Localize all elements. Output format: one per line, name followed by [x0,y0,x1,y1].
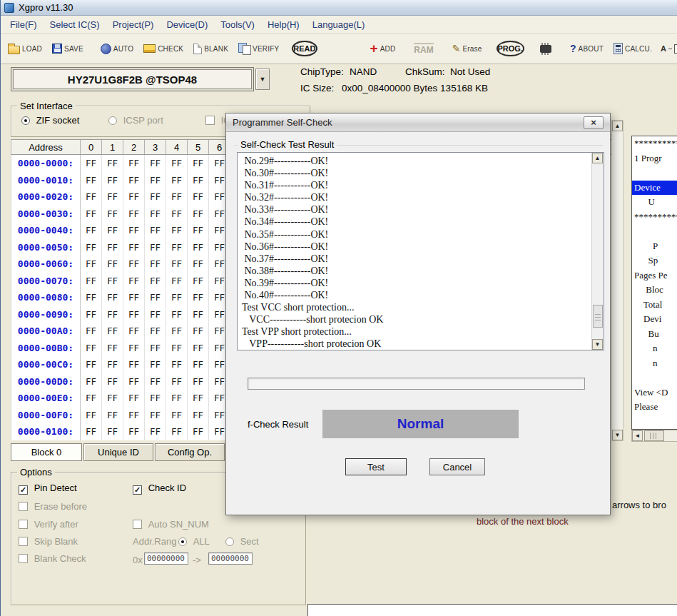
blank-button[interactable]: BLANK [192,42,230,56]
hex-cell[interactable]: FF [166,206,188,223]
hex-cell[interactable]: FF [81,172,102,189]
hex-cell[interactable]: FF [188,222,209,239]
hex-cell[interactable]: FF [102,356,123,373]
verify-after-checkbox[interactable]: Verify after [19,519,78,530]
check-id-checkbox[interactable]: ✓ Check ID [133,483,186,495]
blank-check-checkbox[interactable]: Blank Check [19,553,86,564]
hex-cell[interactable]: FF [145,239,166,256]
cancel-button[interactable]: Cancel [429,458,485,475]
calcu-button[interactable]: CALCU. [612,41,653,56]
hex-cell[interactable]: FF [102,239,123,256]
hex-cell[interactable]: FF [102,222,123,239]
hex-cell[interactable]: FF [145,256,166,273]
hex-cell[interactable]: FF [145,222,166,239]
hex-cell[interactable]: FF [102,373,123,390]
device-info-hscrollbar[interactable]: ◄ [631,430,677,442]
scroll-up-icon[interactable]: ▲ [592,153,603,163]
hex-cell[interactable]: FF [81,256,102,273]
hex-cell[interactable]: FF [166,306,188,323]
hex-cell[interactable]: FF [188,256,209,273]
menu-item-select-ic[interactable]: Select IC(S) [44,17,106,32]
hex-cell[interactable]: FF [102,172,123,189]
ram-button[interactable]: RAM [412,41,434,56]
hex-cell[interactable]: FF [145,306,166,323]
hex-cell[interactable]: FF [123,256,145,273]
hex-cell[interactable]: FF [123,390,145,407]
hex-cell[interactable]: FF [145,390,166,407]
hex-cell[interactable]: FF [81,340,102,357]
hex-cell[interactable]: FF [145,172,166,189]
scrollbar-thumb[interactable] [593,305,603,328]
hex-cell[interactable]: FF [145,188,166,206]
hex-cell[interactable]: FF [81,155,102,172]
hex-cell[interactable]: FF [145,407,166,424]
hex-cell[interactable]: FF [188,423,209,440]
hex-cell[interactable]: FF [166,172,188,189]
hex-cell[interactable]: FF [123,323,145,340]
scroll-down-icon[interactable]: ▼ [592,339,603,350]
hex-cell[interactable]: FF [188,188,209,206]
hex-cell[interactable]: FF [102,273,123,290]
hex-cell[interactable]: FF [145,289,166,306]
scrollbar-thumb[interactable] [644,430,664,441]
hex-cell[interactable]: FF [81,206,102,223]
hex-cell[interactable]: FF [81,373,102,390]
menu-item-tools[interactable]: Tools(V) [214,17,261,32]
icsp-port-radio[interactable]: ICSP port [108,115,163,126]
hex-cell[interactable]: FF [166,273,188,290]
about-button[interactable]: ? ABOUT [569,41,605,56]
hex-cell[interactable]: FF [123,340,145,357]
hex-cell[interactable]: FF [81,306,102,323]
hex-cell[interactable]: FF [102,423,123,440]
hex-cell[interactable]: FF [188,390,209,407]
hex-cell[interactable]: FF [145,206,166,223]
hex-cell[interactable]: FF [123,172,145,189]
self-check-log[interactable]: No.29#-----------OK! No.30#-----------OK… [237,152,604,350]
hex-cell[interactable]: FF [145,155,166,172]
menu-item-device[interactable]: Device(D) [160,17,214,32]
tab-config-op[interactable]: Config Op. [155,443,225,461]
hex-cell[interactable]: FF [81,390,102,407]
hex-cell[interactable]: FF [102,289,123,306]
hex-cell[interactable]: FF [123,373,145,390]
load-button[interactable]: LOAD [6,42,44,56]
hex-cell[interactable]: FF [123,273,145,290]
hex-cell[interactable]: FF [188,407,209,424]
hex-cell[interactable]: FF [145,273,166,290]
hex-cell[interactable]: FF [166,188,188,206]
read-button[interactable]: READ [292,41,317,56]
hex-cell[interactable]: FF [145,340,166,357]
hex-cell[interactable]: FF [123,423,145,440]
check-button[interactable]: CHECK [142,43,185,54]
hex-cell[interactable]: FF [102,155,123,172]
hex-cell[interactable]: FF [188,239,209,256]
hex-cell[interactable]: FF [188,340,209,357]
auto-sn-checkbox[interactable]: Auto SN_NUM [133,519,209,530]
hex-cell[interactable]: FF [81,407,102,424]
pin-detect-checkbox[interactable]: ✓ Pin Detect [19,483,77,495]
test-button[interactable]: Test [345,458,407,475]
hex-cell[interactable]: FF [188,273,209,290]
hex-cell[interactable]: FF [166,289,188,306]
menu-item-help[interactable]: Help(H) [261,17,306,32]
hex-cell[interactable]: FF [145,373,166,390]
scroll-left-icon[interactable]: ◄ [632,430,643,441]
hex-cell[interactable]: FF [102,407,123,424]
prog-button[interactable]: PROG. [497,41,524,56]
hex-cell[interactable]: FF [166,423,188,440]
hex-cell[interactable]: FF [81,239,102,256]
hex-cell[interactable]: FF [81,323,102,340]
hex-cell[interactable]: FF [123,407,145,424]
add-button[interactable]: + ADD [369,42,397,55]
hex-cell[interactable]: FF [166,356,188,373]
hex-cell[interactable]: FF [102,390,123,407]
chip-select-box[interactable]: HY27U1G8F2B @TSOP48 [11,67,254,91]
hex-cell[interactable]: FF [166,340,188,357]
hex-cell[interactable]: FF [123,306,145,323]
hex-cell[interactable]: FF [123,155,145,172]
hex-cell[interactable]: FF [166,256,188,273]
addr-range-all-radio[interactable]: ALL [178,536,210,547]
log-scrollbar[interactable]: ▲ ▼ [591,153,604,350]
hex-cell[interactable]: FF [102,340,123,357]
zif-socket-radio[interactable]: ZIF socket [21,115,79,126]
